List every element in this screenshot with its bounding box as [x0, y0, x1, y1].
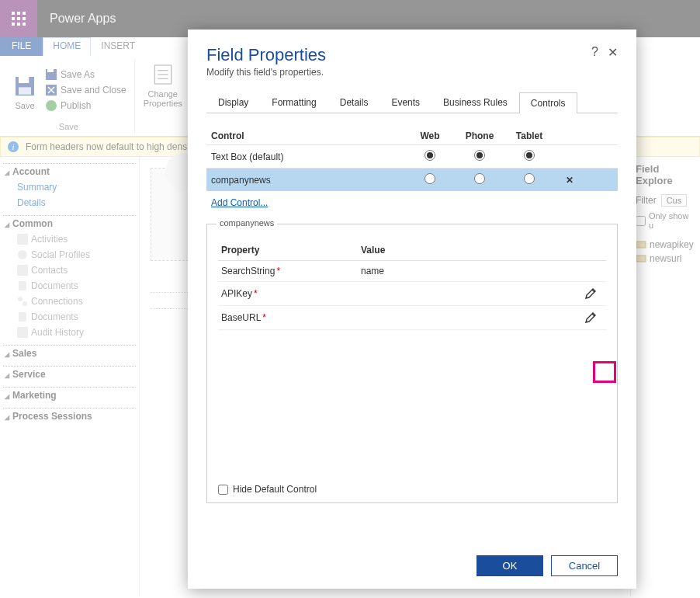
col-property: Property — [221, 245, 361, 256]
col-tablet: Tablet — [504, 130, 554, 141]
close-button[interactable]: ✕ — [608, 45, 618, 60]
radio-web-companynews[interactable] — [425, 173, 435, 184]
dialog-subtitle: Modify this field's properties. — [206, 67, 326, 78]
pencil-icon[interactable] — [584, 311, 598, 325]
control-row-textbox[interactable]: Text Box (default) — [206, 144, 618, 168]
props-header: Property Value — [218, 240, 606, 261]
prop-row-baseurl[interactable]: BaseURL* — [218, 306, 606, 330]
controls-header: Control Web Phone Tablet — [206, 127, 618, 144]
radio-phone-companynews[interactable] — [474, 173, 485, 184]
control-row-companynews[interactable]: companynews ✕ — [206, 168, 618, 191]
radio-phone-textbox[interactable] — [474, 150, 485, 161]
col-phone: Phone — [455, 130, 504, 141]
required-asterisk: * — [254, 288, 258, 299]
ok-button[interactable]: OK — [476, 555, 543, 576]
dialog-tabs: Display Formatting Details Events Busine… — [206, 92, 618, 113]
dialog-buttons: OK Cancel — [206, 543, 618, 576]
col-control: Control — [211, 130, 405, 141]
tab-events[interactable]: Events — [379, 92, 431, 113]
tab-formatting[interactable]: Formatting — [260, 92, 327, 113]
fieldset-legend: companynews — [217, 218, 277, 228]
cancel-button[interactable]: Cancel — [551, 555, 618, 576]
tab-business-rules[interactable]: Business Rules — [431, 92, 519, 113]
required-asterisk: * — [276, 266, 280, 276]
hide-default-input[interactable] — [218, 485, 228, 495]
col-web: Web — [405, 130, 455, 141]
tab-details[interactable]: Details — [328, 92, 380, 113]
prop-name: BaseURL — [221, 312, 261, 323]
prop-name: SearchString — [221, 266, 275, 276]
radio-tablet-companynews[interactable] — [524, 173, 535, 184]
dialog-header: Field Properties Modify this field's pro… — [206, 45, 618, 78]
remove-control-button[interactable]: ✕ — [554, 175, 585, 186]
prop-value: name — [361, 266, 578, 276]
prop-row-apikey[interactable]: APIKey* — [218, 282, 606, 306]
control-properties-panel: companynews Property Value SearchString*… — [206, 224, 618, 503]
add-control-link[interactable]: Add Control... — [206, 197, 618, 208]
required-asterisk: * — [262, 312, 266, 323]
tab-display[interactable]: Display — [206, 92, 260, 113]
dialog-title: Field Properties — [206, 45, 326, 65]
pencil-icon[interactable] — [584, 287, 598, 301]
controls-table: Control Web Phone Tablet Text Box (defau… — [206, 127, 618, 191]
control-name: Text Box (default) — [211, 151, 405, 162]
control-name: companynews — [211, 175, 405, 186]
col-value: Value — [361, 245, 603, 256]
field-properties-dialog: Field Properties Modify this field's pro… — [188, 30, 636, 589]
prop-name: APIKey — [221, 288, 252, 299]
hide-default-checkbox[interactable]: Hide Default Control — [218, 484, 317, 495]
tab-controls[interactable]: Controls — [519, 92, 577, 113]
prop-row-searchstring[interactable]: SearchString* name — [218, 261, 606, 282]
radio-web-textbox[interactable] — [425, 150, 435, 161]
radio-tablet-textbox[interactable] — [524, 150, 535, 161]
help-button[interactable]: ? — [591, 45, 598, 60]
